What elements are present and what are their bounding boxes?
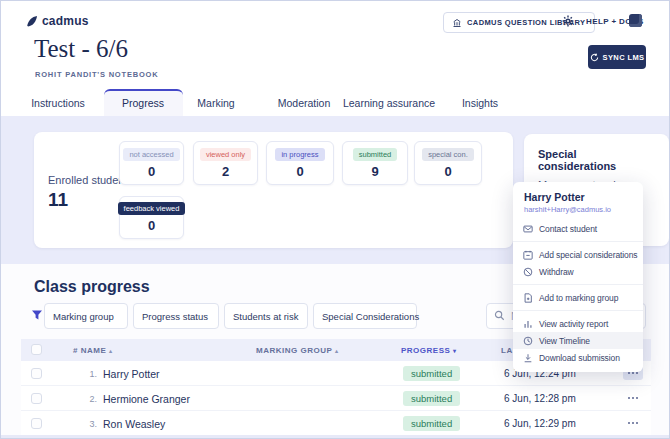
row-checkbox[interactable]	[31, 393, 42, 404]
cadmus-app-window: cadmus CADMUS QUESTION LIBRARY HELP + DO…	[0, 0, 670, 439]
bar-chart-icon	[523, 319, 533, 329]
class-progress-title: Class progress	[34, 278, 150, 296]
in-progress-badge: in progress	[275, 148, 324, 161]
not-accessed-badge: not accessed	[123, 148, 179, 161]
submitted-count: 9	[371, 164, 378, 179]
filter-progress-status[interactable]: Progress status	[133, 303, 219, 329]
row-menu-button[interactable]	[623, 391, 643, 405]
select-all-checkbox[interactable]	[31, 344, 42, 355]
row-number: 1.	[83, 369, 97, 379]
student-name[interactable]: Ron Weasley	[103, 418, 165, 430]
student-menu-header: Harry Potter harshit+Harry@cadmus.io	[513, 182, 643, 220]
menu-item-view-activity-report[interactable]: View activity report	[513, 315, 643, 332]
viewed-only-count: 2	[222, 164, 229, 179]
progress-status-badge: submitted	[403, 391, 460, 406]
progress-status-badge: submitted	[403, 366, 460, 381]
row-checkbox[interactable]	[31, 368, 42, 379]
feather-icon	[25, 15, 38, 28]
feedback-viewed-count: 0	[148, 218, 155, 233]
column-name[interactable]: # NAME ▴	[73, 346, 112, 355]
menu-divider	[513, 284, 643, 285]
menu-item-add-special-considerations[interactable]: Add special considerations	[513, 246, 643, 263]
tab-moderation[interactable]: Moderation	[278, 97, 331, 109]
sync-lms-button[interactable]: SYNC LMS	[588, 45, 646, 69]
student-name[interactable]: Hermione Granger	[103, 393, 190, 405]
in-progress-count: 0	[296, 164, 303, 179]
row-menu-button[interactable]	[623, 416, 643, 430]
notebook-subtitle: ROHIT PANDIT'S NOTEBOOK	[35, 70, 158, 79]
menu-divider	[513, 310, 643, 311]
menu-item-download-submission[interactable]: Download submission	[513, 349, 643, 366]
tab-marking[interactable]: Marking	[197, 97, 234, 109]
user-avatar[interactable]	[629, 14, 642, 27]
enrolled-stats-card: Enrolled students 11 not accessed 0 view…	[34, 132, 513, 248]
sort-asc-icon: ▴	[109, 348, 113, 354]
submitted-badge: submitted	[353, 148, 398, 161]
special-considerations-title: Special considerations	[538, 148, 655, 172]
stat-in-progress: in progress 0	[266, 141, 334, 185]
menu-item-contact-student[interactable]: Contact student	[513, 220, 643, 237]
special-con-badge: special con.	[422, 148, 474, 161]
filter-progress-status-label: Progress status	[142, 311, 208, 322]
filter-funnel-icon[interactable]	[31, 309, 43, 321]
library-icon	[452, 18, 462, 28]
envelope-icon	[523, 224, 533, 234]
row-number: 2.	[83, 394, 97, 404]
progress-status-badge: submitted	[403, 416, 460, 431]
page-title: Test - 6/6	[34, 35, 128, 63]
search-icon	[494, 310, 505, 321]
last-activity-time: 6 Jun, 12:28 pm	[504, 393, 576, 404]
download-icon	[523, 353, 533, 363]
tab-learning-assurance[interactable]: Learning assurance	[343, 97, 435, 109]
sync-icon	[590, 53, 599, 62]
column-marking-group[interactable]: MARKING GROUP ▴	[256, 346, 338, 355]
filter-marking-group-label: Marking group	[53, 311, 114, 322]
stat-submitted: submitted 9	[342, 141, 408, 185]
filter-special-considerations-label: Special Considerations	[322, 311, 419, 322]
stat-feedback-viewed: feedback viewed 0	[119, 196, 184, 239]
sort-desc-icon: ▾	[453, 348, 457, 354]
special-con-count: 0	[444, 164, 451, 179]
stat-viewed-only: viewed only 2	[193, 141, 258, 185]
row-number: 3.	[83, 419, 97, 429]
filter-marking-group[interactable]: Marking group	[44, 303, 128, 329]
feedback-viewed-badge: feedback viewed	[118, 202, 186, 215]
student-context-menu: Harry Potter harshit+Harry@cadmus.io Con…	[513, 182, 643, 372]
tab-progress[interactable]: Progress	[122, 97, 164, 109]
cadmus-logo[interactable]: cadmus	[25, 14, 89, 28]
table-row: 2. Hermione Granger submitted 6 Jun, 12:…	[21, 386, 651, 411]
not-accessed-count: 0	[148, 164, 155, 179]
stat-special-considerations: special con. 0	[414, 141, 482, 185]
row-checkbox[interactable]	[31, 418, 42, 429]
menu-item-add-to-marking-group[interactable]: Add to marking group	[513, 289, 643, 306]
sync-lms-label: SYNC LMS	[603, 53, 645, 62]
file-plus-icon	[523, 293, 533, 303]
student-menu-email: harshit+Harry@cadmus.io	[524, 205, 632, 214]
filter-special-considerations[interactable]: Special Considerations	[313, 303, 417, 329]
column-last[interactable]: LA	[501, 346, 513, 355]
student-name[interactable]: Harry Potter	[103, 368, 160, 380]
tab-insights[interactable]: Insights	[462, 97, 498, 109]
sort-asc-icon: ▴	[335, 348, 339, 354]
clock-icon	[523, 336, 533, 346]
enrolled-students-value: 11	[48, 189, 68, 211]
logo-wordmark: cadmus	[42, 14, 89, 28]
menu-item-view-timeline[interactable]: View Timeline	[513, 332, 643, 349]
viewed-only-badge: viewed only	[200, 148, 251, 161]
calendar-edit-icon	[523, 250, 533, 260]
tab-instructions[interactable]: Instructions	[31, 97, 85, 109]
filter-students-at-risk-label: Students at risk	[233, 311, 298, 322]
pagination-bar	[1, 435, 670, 439]
last-activity-time: 6 Jun, 12:29 pm	[504, 418, 576, 429]
menu-divider	[513, 241, 643, 242]
column-progress[interactable]: PROGRESS ▾	[401, 346, 457, 355]
menu-item-withdraw[interactable]: Withdraw	[513, 263, 643, 280]
slash-circle-icon	[523, 267, 533, 277]
stat-not-accessed: not accessed 0	[119, 141, 184, 185]
settings-gear-icon[interactable]	[562, 15, 576, 29]
filter-students-at-risk[interactable]: Students at risk	[224, 303, 308, 329]
table-row: 3. Ron Weasley submitted 6 Jun, 12:29 pm	[21, 411, 651, 436]
student-menu-name: Harry Potter	[524, 191, 632, 203]
